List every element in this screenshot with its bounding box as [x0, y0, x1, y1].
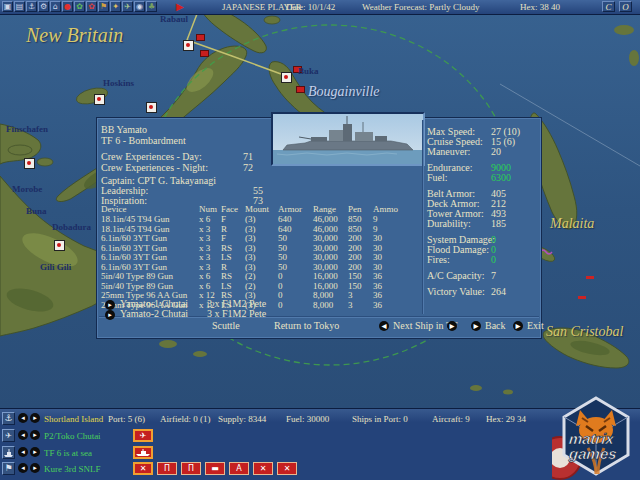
base-stat-aircraft: Aircraft: 9 [432, 414, 470, 424]
stat-line: Endurance:9000 [427, 162, 539, 172]
play-arrow-icon[interactable]: ▶ [176, 1, 184, 13]
monitor-icon[interactable]: ▣ [2, 1, 13, 12]
base-name[interactable]: Shortland Island [44, 414, 103, 424]
prev-ground-icon[interactable]: ◂ [18, 463, 28, 473]
label-hoskins: Hoskins [103, 78, 134, 88]
unit-flag[interactable] [196, 34, 205, 41]
exit-button[interactable]: Exit [527, 320, 544, 331]
anchor-icon[interactable]: ⚓ [2, 412, 15, 425]
ship-info-dialog: BB Yamato TF 6 - Bombardment Crew Experi… [96, 117, 542, 339]
corner-button-c[interactable]: C [602, 1, 615, 12]
ground-unit-counter[interactable]: ▬ [205, 462, 225, 475]
back-arrow-icon[interactable]: ▸ [471, 321, 481, 331]
base-stat-port: Port: 5 (6) [108, 414, 145, 424]
airgroup-planes: 3 x F1M2 Pete [207, 308, 266, 319]
prev-ship-icon[interactable]: ◂ [379, 321, 389, 331]
stat-line: Flood Damage:0 [427, 244, 539, 254]
label-morobe: Morobe [12, 184, 42, 194]
air-unit-counter[interactable]: ✈ [133, 429, 153, 442]
label-new-britain: New Britain [26, 24, 123, 47]
base-stat-supply: Supply: 8344 [218, 414, 266, 424]
return-to-tokyo-button[interactable]: Return to Tokyo [274, 320, 339, 331]
label-buna: Buna [26, 206, 47, 216]
label-rabaul: Rabaul [160, 14, 188, 24]
ship-stats: Max Speed:27 (10)Cruise Speed:15 (6)Mane… [427, 126, 539, 302]
label-bougainville: Bougainville [308, 84, 380, 100]
stat-line: System Damage:0 [427, 234, 539, 244]
next-airgroup-icon[interactable]: ▸ [30, 430, 40, 440]
ground-unit-counter[interactable]: ✕ [253, 462, 273, 475]
unit-flag[interactable] [200, 50, 209, 57]
airgroup-row-2[interactable]: ▸ Yamato-2 Chutai 3 x F1M2 Pete [105, 308, 115, 319]
stat-line: Victory Value:264 [427, 286, 539, 296]
tree-icon[interactable]: ♣ [146, 1, 157, 12]
corner-button-o[interactable]: O [619, 1, 632, 12]
prev-tf-icon[interactable]: ◂ [18, 447, 28, 457]
tf-counter[interactable] [133, 446, 153, 459]
next-tf-icon[interactable]: ▸ [30, 447, 40, 457]
next-ship-icon[interactable]: ▸ [447, 321, 457, 331]
hand-icon[interactable]: ✦ [110, 1, 121, 12]
logo-text-games: games [567, 445, 617, 462]
scuttle-button[interactable]: Scuttle [212, 320, 240, 331]
stat-line: Deck Armor:212 [427, 198, 539, 208]
ship-icon[interactable] [2, 446, 15, 459]
device-table: DeviceNumFaceMountArmorRangePenAmmo 18.1… [101, 204, 401, 310]
tf-name: TF 6 - Bombardment [101, 135, 186, 146]
home-icon[interactable]: ⌂ [50, 1, 61, 12]
gear-icon[interactable]: ⚙ [38, 1, 49, 12]
label-san-cristobal: San Cristobal [546, 324, 623, 340]
flag-icon[interactable]: ⚑ [2, 462, 15, 475]
plane-icon[interactable]: ✈ [122, 1, 133, 12]
ground-unit-counter[interactable]: Π [181, 462, 201, 475]
base-marker-buka[interactable] [281, 72, 292, 83]
flower-green-icon[interactable]: ✿ [74, 1, 85, 12]
stat-line: Belt Armor:405 [427, 188, 539, 198]
ground-unit-counter[interactable]: Π [157, 462, 177, 475]
exit-arrow-icon[interactable]: ▸ [513, 321, 523, 331]
base-marker-island[interactable] [94, 94, 105, 105]
airgroup-name[interactable]: Yamato-2 Chutai [120, 308, 188, 319]
air-unit-name[interactable]: P2/Toko Chutai [44, 431, 101, 441]
label-finschafen: Finschafen [6, 124, 48, 134]
back-button[interactable]: Back [485, 320, 506, 331]
magnifier-icon[interactable]: ◉ [134, 1, 145, 12]
base-marker-hoskins[interactable] [146, 102, 157, 113]
matrix-games-logo: matrix games [552, 396, 640, 480]
ship-picture [271, 112, 425, 166]
ground-unit-counter[interactable]: A [229, 462, 249, 475]
airgroup-arrow-icon[interactable]: ▸ [105, 310, 115, 320]
toolbar-icons: ▣▤⚓⚙⌂●✿✿⚑✦✈◉♣ [2, 1, 158, 12]
flower-red-icon[interactable]: ✿ [86, 1, 97, 12]
bottom-bar: ⚓ ◂ ▸ Shortland Island Port: 5 (6) Airfi… [0, 408, 640, 480]
base-stat-ships: Ships in Port: 0 [352, 414, 408, 424]
label-buka: Buka [298, 66, 319, 76]
anchor-icon[interactable]: ⚓ [26, 1, 37, 12]
airplane-icon[interactable]: ✈ [2, 429, 15, 442]
crew-day-label: Crew Experiences - Day: [101, 151, 202, 162]
unit-flag[interactable] [296, 86, 305, 93]
ground-unit-counter[interactable]: ✕ [133, 462, 153, 475]
next-ground-icon[interactable]: ▸ [30, 463, 40, 473]
date-label: Date: 10/1/42 [286, 2, 335, 12]
weather-label: Weather Forecast: Partly Cloudy [362, 2, 480, 12]
base-marker-finschafen[interactable] [24, 158, 35, 169]
label-malaita: Malaita [550, 216, 594, 232]
next-base-icon[interactable]: ▸ [30, 413, 40, 423]
base-marker-buna[interactable] [54, 240, 65, 251]
flag-icon[interactable]: ⚑ [98, 1, 109, 12]
dialog-divider-vertical [422, 120, 424, 314]
ground-unit-counter[interactable]: ✕ [277, 462, 297, 475]
record-icon[interactable]: ● [62, 1, 73, 12]
base-stat-fuel: Fuel: 30000 [286, 414, 329, 424]
base-marker-rabaul[interactable] [183, 40, 194, 51]
game-screen: New Britain Rabaul Hoskins Buka Bougainv… [0, 0, 640, 480]
document-icon[interactable]: ▤ [14, 1, 25, 12]
ground-unit-name[interactable]: Kure 3rd SNLF [44, 464, 101, 474]
device-table-body: 18.1in/45 T94 Gunx 6F(3)64046,000850918.… [101, 215, 401, 310]
base-stat-airfield: Airfield: 0 (1) [160, 414, 210, 424]
crew-night-label: Crew Experiences - Night: [101, 162, 208, 173]
prev-base-icon[interactable]: ◂ [18, 413, 28, 423]
prev-airgroup-icon[interactable]: ◂ [18, 430, 28, 440]
tf-status[interactable]: TF 6 is at sea [44, 448, 92, 458]
